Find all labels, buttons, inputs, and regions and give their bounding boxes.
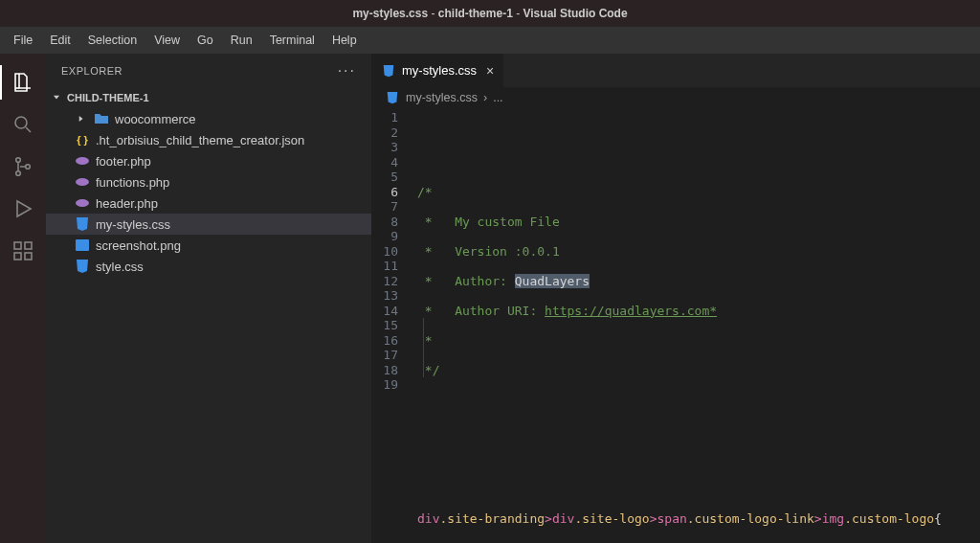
activity-extensions-icon[interactable] [0,230,46,272]
tab-label: my-styles.css [402,63,477,78]
file-item-my-styles-css[interactable]: my-styles.css [46,214,371,235]
image-icon [75,238,90,253]
php-icon [75,195,90,211]
explorer-more-icon[interactable]: ··· [338,62,356,79]
svg-point-1 [16,158,21,163]
menu-bar: File Edit Selection View Go Run Terminal… [0,27,980,54]
file-label: footer.php [96,154,151,169]
close-icon[interactable]: × [482,63,494,79]
activity-source-control-icon[interactable] [0,146,46,188]
svg-point-10 [76,199,89,207]
php-icon [75,153,90,169]
file-item-style-css[interactable]: style.css [46,256,371,277]
file-item-woocommerce[interactable]: woocommerce [46,108,371,129]
chevron-down-icon [50,91,63,104]
activity-explorer-icon[interactable] [0,61,46,103]
tab-bar: my-styles.css × [371,54,980,87]
svg-point-0 [15,117,27,128]
explorer-section-title: CHILD-THEME-1 [67,92,149,103]
php-icon [75,174,90,190]
file-label: style.css [96,260,144,274]
title-file: my-styles.css [352,7,428,20]
breadcrumb-file: my-styles.css [406,91,478,104]
title-app: Visual Studio Code [523,7,628,20]
svg-point-3 [26,165,31,170]
file-label: functions.php [96,175,169,190]
css-icon [381,63,396,79]
activity-search-icon[interactable] [0,103,46,146]
editor-group: my-styles.css × my-styles.css › ... 1 2 … [371,54,980,543]
svg-point-8 [76,157,89,165]
editor-scrollbar[interactable] [967,108,980,543]
chevron-right-icon [75,112,88,125]
menu-file[interactable]: File [6,30,40,51]
svg-point-9 [76,178,89,186]
file-label: screenshot.png [96,238,181,253]
file-item-screenshot-png[interactable]: screenshot.png [46,235,371,256]
svg-rect-11 [76,239,89,251]
breadcrumb-rest: ... [493,91,502,104]
menu-selection[interactable]: Selection [80,30,145,51]
indent-guide [423,318,424,377]
svg-rect-6 [25,253,32,260]
file-label: woocommerce [115,112,196,126]
explorer-sidebar: EXPLORER ··· CHILD-THEME-1 woocommerce {… [46,54,371,543]
title-project: child-theme-1 [438,7,513,20]
tab-my-styles[interactable]: my-styles.css × [371,54,504,87]
explorer-title: EXPLORER [61,65,122,77]
file-item-footer-php[interactable]: footer.php [46,150,371,171]
activity-bar [0,54,46,543]
file-item-header-php[interactable]: header.php [46,192,371,214]
svg-rect-5 [14,253,21,260]
file-label: .ht_orbisius_child_theme_creator.json [96,133,304,147]
code-content[interactable]: /* * My custom File * Version :0.0.1 * A… [417,108,980,543]
file-tree: woocommerce { } .ht_orbisius_child_theme… [46,108,371,277]
svg-rect-4 [14,242,21,249]
folder-icon [94,111,109,126]
breadcrumb-sep: › [483,91,487,104]
menu-terminal[interactable]: Terminal [262,30,323,51]
css-icon [385,90,400,105]
json-icon: { } [75,132,90,147]
explorer-header: EXPLORER ··· [46,54,371,87]
editor-area[interactable]: 1 2 3 4 5 6 7 8 9 10 11 12 13 14 15 16 1… [371,108,980,543]
breadcrumbs[interactable]: my-styles.css › ... [371,87,980,108]
line-number-gutter: 1 2 3 4 5 6 7 8 9 10 11 12 13 14 15 16 1… [371,108,417,543]
file-label: header.php [96,196,158,211]
file-item-functions-php[interactable]: functions.php [46,171,371,192]
menu-view[interactable]: View [146,30,188,51]
menu-help[interactable]: Help [324,30,365,51]
explorer-section-header[interactable]: CHILD-THEME-1 [46,87,371,108]
title-bar: my-styles.css - child-theme-1 - Visual S… [0,0,980,27]
menu-edit[interactable]: Edit [42,30,78,51]
menu-go[interactable]: Go [189,30,221,51]
svg-rect-7 [25,242,32,249]
css-icon [75,259,90,274]
menu-run[interactable]: Run [223,30,260,51]
file-item-ht-json[interactable]: { } .ht_orbisius_child_theme_creator.jso… [46,129,371,150]
activity-run-debug-icon[interactable] [0,188,46,230]
file-label: my-styles.css [96,217,170,232]
svg-point-2 [16,171,21,176]
css-icon [75,216,90,232]
